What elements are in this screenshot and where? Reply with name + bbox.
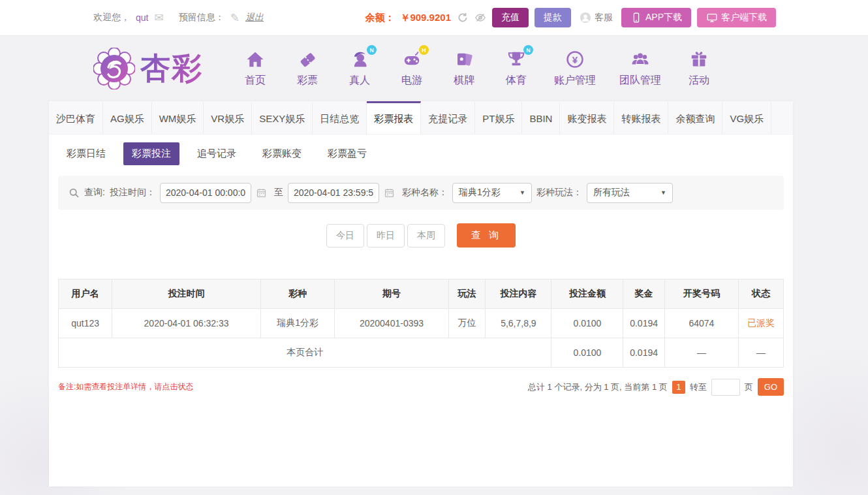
nav-label: 棋牌 [454, 74, 474, 88]
trophy-icon: N [506, 50, 526, 69]
nav-item-account-management[interactable]: ¥ 账户管理 [554, 50, 596, 88]
username: qut [136, 12, 148, 23]
tab-PT娱乐[interactable]: PT娱乐 [475, 101, 522, 134]
site-logo[interactable]: 杏彩 [93, 48, 203, 89]
lottery-select[interactable]: 瑞典1分彩 ▼ [452, 183, 532, 203]
cell-prize: 0.0194 [623, 309, 664, 338]
go-button[interactable]: GO [758, 378, 784, 396]
tab-VR娱乐[interactable]: VR娱乐 [204, 101, 252, 134]
table-row: qut1232020-04-01 06:32:33瑞典1分彩20200401-0… [59, 309, 784, 338]
summary-label: 本页合计 [59, 338, 551, 368]
live-person-icon: N [350, 50, 369, 69]
summary-draw-number-dash: — [664, 338, 738, 368]
query-label: 查询: [84, 187, 105, 199]
bet-time-label: 投注时间： [110, 187, 155, 199]
team-icon [630, 50, 650, 69]
nav-item-egames[interactable]: H 电游 [397, 50, 426, 88]
customer-service-link[interactable]: 客服 [580, 12, 613, 24]
column-header-play-type: 玩法 [448, 279, 486, 309]
tab-转账报表[interactable]: 转账报表 [614, 101, 668, 134]
cell-bet-time: 2020-04-01 06:32:33 [112, 309, 261, 338]
week-button[interactable]: 本周 [407, 224, 445, 248]
nav-item-promotions[interactable]: 活动 [685, 50, 713, 88]
calendar-icon[interactable] [256, 187, 267, 199]
edit-icon[interactable]: ✎ [230, 11, 240, 25]
client-download-button[interactable]: 客户端下载 [697, 8, 776, 27]
table-header-row: 用户名投注时间彩种期号玩法投注内容投注金额奖金开奖号码状态 [59, 279, 784, 309]
phone-icon [630, 12, 642, 24]
client-download-label: 客户端下载 [721, 12, 767, 24]
balance-label: 余额： [365, 12, 394, 24]
pagination-summary: 总计 1 个记录, 分为 1 页, 当前第 1 页 [528, 381, 668, 393]
nav-item-home[interactable]: 首页 [241, 50, 270, 88]
app-download-button[interactable]: APP下载 [621, 8, 691, 27]
tab-AG娱乐[interactable]: AG娱乐 [103, 101, 152, 134]
nav-item-lottery[interactable]: 彩票 [293, 50, 322, 88]
summary-bet-amount-total: 0.0100 [551, 338, 623, 368]
tab-SEXY娱乐[interactable]: SEXY娱乐 [252, 101, 313, 134]
nav-label: 团队管理 [619, 74, 661, 88]
column-header-bet-amount: 投注金额 [551, 279, 623, 309]
play-type-select[interactable]: 所有玩法 ▼ [587, 183, 673, 203]
column-header-bet-content: 投注内容 [486, 279, 551, 309]
chevron-down-icon: ▼ [660, 189, 666, 196]
tab-沙巴体育[interactable]: 沙巴体育 [49, 101, 103, 134]
nav-item-boardgames[interactable]: 棋牌 [450, 50, 478, 88]
site-header: 杏彩 首页 彩票 [0, 36, 868, 101]
search-button[interactable]: 查 询 [457, 223, 516, 248]
goto-page-input[interactable] [711, 379, 740, 396]
tab-VG娱乐[interactable]: VG娱乐 [722, 101, 771, 134]
tab-彩票报表[interactable]: 彩票报表 [367, 101, 421, 134]
subtab-彩票日结[interactable]: 彩票日结 [58, 142, 114, 165]
tab-BBIN[interactable]: BBIN [522, 101, 560, 134]
refresh-balance-icon[interactable] [457, 12, 469, 24]
cell-draw-number: 64074 [664, 309, 738, 338]
summary-prize-total: 0.0194 [623, 338, 664, 368]
nav-badge: N [367, 45, 377, 55]
table-body: qut1232020-04-01 06:32:33瑞典1分彩20200401-0… [59, 309, 784, 368]
tab-充提记录[interactable]: 充提记录 [421, 101, 475, 134]
query-bar: 查询: 投注时间： 至 彩种名称： 瑞典1分彩 ▼ 彩种玩法： 所有玩 [58, 176, 784, 210]
withdraw-button[interactable]: 提款 [535, 8, 571, 27]
logo-flower-icon [93, 48, 135, 89]
yesterday-button[interactable]: 昨日 [367, 224, 405, 248]
subtab-彩票盈亏[interactable]: 彩票盈亏 [319, 142, 375, 165]
calendar-icon[interactable] [384, 187, 395, 199]
nav-badge: N [523, 45, 533, 55]
tab-账变报表[interactable]: 账变报表 [560, 101, 614, 134]
subtab-彩票投注[interactable]: 彩票投注 [123, 142, 179, 165]
logout-link[interactable]: 退出 [245, 12, 264, 24]
time-from-input[interactable] [160, 183, 251, 203]
nav-item-sports[interactable]: N 体育 [502, 50, 531, 88]
play-type-label: 彩种玩法： [536, 187, 582, 199]
subtab-彩票账变[interactable]: 彩票账变 [254, 142, 310, 165]
subtab-追号记录[interactable]: 追号记录 [189, 142, 245, 165]
column-header-username: 用户名 [59, 279, 112, 309]
cell-bet-content: 5,6,7,8,9 [486, 309, 551, 338]
nav-item-live[interactable]: N 真人 [345, 50, 374, 88]
goto-label: 转至 [690, 381, 707, 393]
time-to-input[interactable] [288, 183, 379, 203]
chevron-down-icon: ▼ [519, 189, 525, 196]
cell-bet-amount: 0.0100 [551, 309, 623, 338]
cell-status[interactable]: 已派奖 [739, 309, 784, 338]
balance-value: ￥909.9201 [400, 12, 451, 24]
column-header-prize: 奖金 [623, 279, 664, 309]
recharge-button[interactable]: 充值 [492, 8, 529, 27]
tab-日结总览[interactable]: 日结总览 [313, 101, 367, 134]
mail-icon[interactable]: ✉ [154, 11, 163, 25]
tab-WM娱乐[interactable]: WM娱乐 [152, 101, 204, 134]
nav-badge: H [419, 45, 429, 55]
hide-balance-icon[interactable] [474, 12, 486, 24]
cards-icon [454, 50, 474, 69]
cell-lottery: 瑞典1分彩 [260, 309, 334, 338]
report-tabbar: 沙巴体育AG娱乐WM娱乐VR娱乐SEXY娱乐日结总览彩票报表充提记录PT娱乐BB… [49, 101, 793, 135]
summary-row: 本页合计0.01000.0194—— [59, 338, 784, 368]
welcome-text: 欢迎您， [93, 12, 130, 24]
main-panel: 沙巴体育AG娱乐WM娱乐VR娱乐SEXY娱乐日结总览彩票报表充提记录PT娱乐BB… [49, 101, 793, 487]
to-label: 至 [274, 187, 283, 199]
tab-余额查询[interactable]: 余额查询 [668, 101, 722, 134]
nav-item-team-management[interactable]: 团队管理 [619, 50, 661, 88]
current-page-badge[interactable]: 1 [672, 381, 685, 394]
today-button[interactable]: 今日 [326, 224, 364, 248]
